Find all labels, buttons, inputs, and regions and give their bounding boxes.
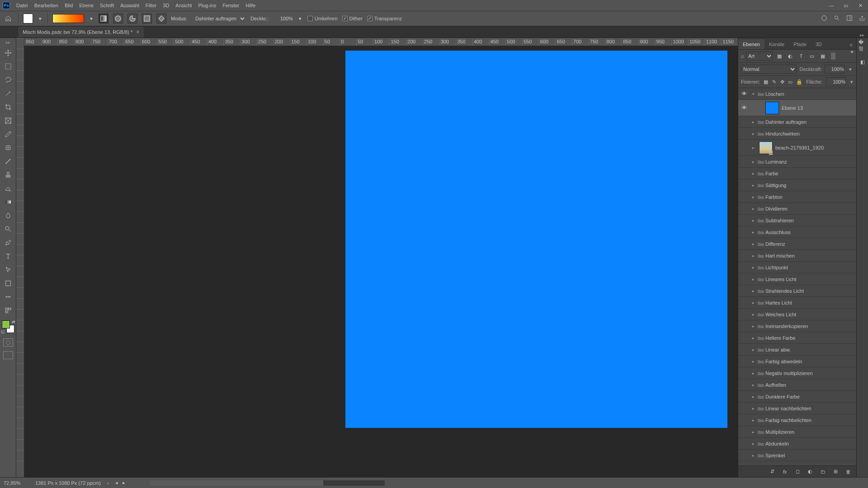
layer-group-row[interactable]: ▸Farbig abwedeln [738,356,856,367]
expand-icon[interactable]: ▸ [750,131,756,136]
close-icon[interactable]: ✕ [857,3,863,9]
adjustment-layer-icon[interactable]: ◐ [807,469,814,474]
menu-bild[interactable]: Bild [65,3,73,8]
frame-tool[interactable] [2,115,14,126]
menu-schrift[interactable]: Schrift [100,3,114,8]
properties-panel-icon[interactable]: ◧ [859,58,867,66]
layer-name[interactable]: Ausschluss [765,230,856,235]
minimize-icon[interactable]: — [828,3,835,9]
quickmask-button[interactable] [3,338,13,347]
expand-icon[interactable]: ▸ [750,265,756,270]
stamp-tool[interactable] [2,169,14,180]
expand-icon[interactable]: ▸ [750,171,756,176]
layer-group-row[interactable]: ▸Weiches Licht [738,309,856,320]
layer-name[interactable]: Abdunkeln [765,441,856,446]
gradient-radial-icon[interactable] [113,14,123,23]
layer-group-row[interactable]: ▸Ausschluss [738,226,856,238]
expand-icon[interactable]: ▸ [750,406,756,411]
edit-toolbar-icon[interactable] [2,305,14,316]
visibility-icon[interactable]: 👁 [738,90,750,97]
gradient-preview[interactable] [52,14,84,23]
search-icon[interactable]: ⌕ [741,53,744,59]
layer-name[interactable]: Linear nachbelichten [765,406,856,411]
lock-all-icon[interactable]: 🔒 [796,79,802,85]
layer-group-row[interactable]: ▸Multiplizieren [738,426,856,438]
layer-name[interactable]: Hartes Licht [765,300,856,305]
layer-name[interactable]: Dahinter auftragen [765,119,856,125]
gradient-linear-icon[interactable] [99,14,108,23]
expand-icon[interactable]: ▾ [750,92,756,96]
expand-icon[interactable]: ▸ [750,160,756,164]
type-tool[interactable] [2,251,14,262]
layer-name[interactable]: Farbig abwedeln [765,359,856,364]
link-layers-icon[interactable]: ⇵ [769,469,776,474]
expand-icon[interactable]: ▸ [750,371,756,375]
layer-group-row[interactable]: ▸Sprenkel [738,450,856,461]
layer-name[interactable]: Ebene 13 [782,105,856,111]
brush-tool[interactable] [2,156,14,167]
layer-group-row[interactable]: ▸Linear abw. [738,344,856,356]
layer-name[interactable]: Differenz [765,241,856,247]
document-tab[interactable]: Misch Modis.psdc bei 72,9% (Ebene 13, RG… [18,27,144,38]
eraser-tool[interactable] [2,183,14,194]
layer-name[interactable]: Linear abw. [765,347,856,352]
cloud-docs-icon[interactable] [821,15,827,22]
layer-name[interactable]: Hellere Farbe [765,335,856,341]
delete-layer-icon[interactable]: 🗑 [844,469,852,474]
layer-group-row[interactable]: ▸Luminanz [738,156,856,168]
pen-tool[interactable] [2,237,14,248]
blend-mode-select[interactable]: Normal [741,65,797,74]
layer-group-row[interactable]: ▸Negativ multiplizieren [738,367,856,379]
expand-icon[interactable]: ▸ [750,336,756,340]
gradient-angle-icon[interactable] [127,14,137,23]
move-tool[interactable] [2,47,14,58]
dodge-tool[interactable] [2,224,14,235]
opacity-input[interactable] [825,65,844,74]
collapse-panels-icon[interactable]: ▸▸ [860,33,868,38]
layer-name[interactable]: Sprenkel [765,453,856,458]
filter-type-select[interactable]: Art [746,52,773,61]
filter-smart-icon[interactable]: ▦ [818,52,827,61]
tab-pfade[interactable]: Pfade [789,39,811,49]
layer-name[interactable]: Farbe [765,171,856,176]
menu-ebene[interactable]: Ebene [79,3,94,8]
default-colors-icon[interactable]: ◱ [1,329,5,334]
deckkr-input[interactable] [273,16,293,21]
layer-group-row[interactable]: ▸Sättigung [738,179,856,191]
fill-input[interactable] [826,77,846,86]
new-layer-icon[interactable]: ⊞ [832,469,839,474]
expand-icon[interactable]: ▸ [750,300,756,305]
expand-icon[interactable]: ▸ [750,441,756,446]
canvas-stage[interactable] [24,46,738,477]
layer-fx-icon[interactable]: fx [781,469,788,474]
layer-name[interactable]: Multiplizieren [765,429,856,435]
layer-group-row[interactable]: ▸Subtrahieren [738,215,856,226]
path-select-tool[interactable] [2,264,14,275]
home-button[interactable] [3,13,14,24]
zoom-level[interactable]: 72,95% [4,480,29,486]
maximize-icon[interactable]: ▭ [843,3,849,9]
layer-group-row[interactable]: ▸Dahinter auftragen [738,116,856,128]
tab-ebenen[interactable]: Ebenen [738,39,764,49]
fg-bg-colors[interactable]: ⇄ ◱ [2,320,14,333]
panel-flyout-icon[interactable]: ≡ [846,40,856,49]
menu-auswahl[interactable]: Auswahl [120,3,139,8]
menu-ansicht[interactable]: Ansicht [175,3,192,8]
layer-group-row[interactable]: ▸Lichtpunkt [738,262,856,273]
layer-name[interactable]: Dunklere Farbe [765,394,856,399]
layer-group-row[interactable]: ▸Differenz [738,238,856,250]
lasso-tool[interactable] [2,75,14,85]
layer-group-row[interactable]: ▸Dividieren [738,203,856,215]
color-panel-icon[interactable]: �형 [859,42,867,50]
layer-group-row[interactable]: ▸Hindurchwirken [738,128,856,140]
layer-name[interactable]: Ineinanderkopieren [765,324,856,329]
layer-group-row[interactable]: ▸Hartes Licht [738,297,856,309]
menu-datei[interactable]: Datei [16,3,28,8]
tab-3d[interactable]: 3D [811,39,826,49]
filter-adjust-icon[interactable]: ◐ [786,52,795,61]
filter-shape-icon[interactable]: ▭ [807,52,816,61]
toolbox-expand-icon[interactable]: ▸▸ [6,40,10,45]
wand-tool[interactable] [2,88,14,99]
expand-icon[interactable]: ▸ [750,206,756,211]
close-tab-icon[interactable]: × [136,29,139,35]
